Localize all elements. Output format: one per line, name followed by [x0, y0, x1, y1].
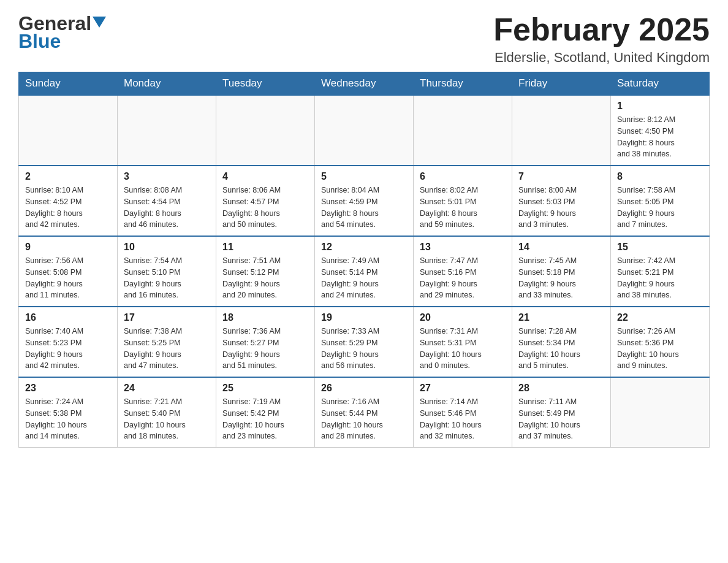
day-number: 9: [25, 242, 111, 253]
calendar-day-cell: 26Sunrise: 7:16 AM Sunset: 5:44 PM Dayli…: [315, 377, 414, 448]
day-number: 17: [124, 312, 210, 323]
calendar-day-cell: 5Sunrise: 8:04 AM Sunset: 4:59 PM Daylig…: [315, 166, 414, 236]
logo-triangle-icon: [93, 17, 106, 28]
day-info: Sunrise: 7:14 AM Sunset: 5:46 PM Dayligh…: [420, 396, 506, 442]
day-info: Sunrise: 7:38 AM Sunset: 5:25 PM Dayligh…: [124, 326, 210, 372]
logo-blue-text: Blue: [18, 30, 61, 53]
calendar-week-row: 2Sunrise: 8:10 AM Sunset: 4:52 PM Daylig…: [19, 166, 710, 236]
calendar-day-cell: 21Sunrise: 7:28 AM Sunset: 5:34 PM Dayli…: [512, 307, 611, 377]
day-of-week-header: Tuesday: [216, 72, 315, 96]
day-number: 22: [617, 312, 703, 323]
day-info: Sunrise: 7:16 AM Sunset: 5:44 PM Dayligh…: [321, 396, 407, 442]
calendar-day-cell: 11Sunrise: 7:51 AM Sunset: 5:12 PM Dayli…: [216, 236, 315, 307]
day-number: 2: [25, 171, 111, 182]
day-info: Sunrise: 8:04 AM Sunset: 4:59 PM Dayligh…: [321, 185, 407, 231]
calendar-day-cell: [315, 95, 414, 166]
month-title: February 2025: [493, 12, 710, 47]
day-info: Sunrise: 7:26 AM Sunset: 5:36 PM Dayligh…: [617, 326, 703, 372]
calendar-day-cell: 25Sunrise: 7:19 AM Sunset: 5:42 PM Dayli…: [216, 377, 315, 448]
day-of-week-header: Friday: [512, 72, 611, 96]
calendar-week-row: 23Sunrise: 7:24 AM Sunset: 5:38 PM Dayli…: [19, 377, 710, 448]
day-number: 4: [222, 171, 308, 182]
day-info: Sunrise: 7:49 AM Sunset: 5:14 PM Dayligh…: [321, 255, 407, 301]
calendar-week-row: 9Sunrise: 7:56 AM Sunset: 5:08 PM Daylig…: [19, 236, 710, 307]
calendar-day-cell: 10Sunrise: 7:54 AM Sunset: 5:10 PM Dayli…: [118, 236, 216, 307]
svg-marker-0: [93, 17, 106, 28]
day-of-week-header: Saturday: [611, 72, 710, 96]
day-info: Sunrise: 7:40 AM Sunset: 5:23 PM Dayligh…: [25, 326, 111, 372]
day-number: 11: [222, 242, 308, 253]
title-section: February 2025 Elderslie, Scotland, Unite…: [493, 12, 710, 66]
calendar-day-cell: 24Sunrise: 7:21 AM Sunset: 5:40 PM Dayli…: [118, 377, 216, 448]
day-number: 27: [420, 383, 506, 394]
calendar-day-cell: 20Sunrise: 7:31 AM Sunset: 5:31 PM Dayli…: [414, 307, 512, 377]
day-info: Sunrise: 8:02 AM Sunset: 5:01 PM Dayligh…: [420, 185, 506, 231]
calendar-day-cell: 9Sunrise: 7:56 AM Sunset: 5:08 PM Daylig…: [19, 236, 118, 307]
calendar-day-cell: 15Sunrise: 7:42 AM Sunset: 5:21 PM Dayli…: [611, 236, 710, 307]
day-number: 15: [617, 242, 703, 253]
calendar-day-cell: 6Sunrise: 8:02 AM Sunset: 5:01 PM Daylig…: [414, 166, 512, 236]
day-number: 6: [420, 171, 506, 182]
day-info: Sunrise: 7:56 AM Sunset: 5:08 PM Dayligh…: [25, 255, 111, 301]
day-number: 28: [518, 383, 604, 394]
calendar-day-cell: 17Sunrise: 7:38 AM Sunset: 5:25 PM Dayli…: [118, 307, 216, 377]
calendar-day-cell: 27Sunrise: 7:14 AM Sunset: 5:46 PM Dayli…: [414, 377, 512, 448]
day-number: 24: [124, 383, 210, 394]
calendar-day-cell: 13Sunrise: 7:47 AM Sunset: 5:16 PM Dayli…: [414, 236, 512, 307]
day-info: Sunrise: 8:12 AM Sunset: 4:50 PM Dayligh…: [617, 114, 703, 160]
day-info: Sunrise: 7:21 AM Sunset: 5:40 PM Dayligh…: [124, 396, 210, 442]
day-number: 25: [222, 383, 308, 394]
day-number: 1: [617, 101, 703, 112]
calendar-day-cell: 23Sunrise: 7:24 AM Sunset: 5:38 PM Dayli…: [19, 377, 118, 448]
calendar-day-cell: 1Sunrise: 8:12 AM Sunset: 4:50 PM Daylig…: [611, 95, 710, 166]
day-of-week-header: Sunday: [19, 72, 118, 96]
day-info: Sunrise: 7:36 AM Sunset: 5:27 PM Dayligh…: [222, 326, 308, 372]
day-info: Sunrise: 8:06 AM Sunset: 4:57 PM Dayligh…: [222, 185, 308, 231]
day-info: Sunrise: 7:47 AM Sunset: 5:16 PM Dayligh…: [420, 255, 506, 301]
calendar-day-cell: [414, 95, 512, 166]
day-info: Sunrise: 7:58 AM Sunset: 5:05 PM Dayligh…: [617, 185, 703, 231]
calendar-day-cell: [512, 95, 611, 166]
day-number: 7: [518, 171, 604, 182]
day-number: 21: [518, 312, 604, 323]
calendar-day-cell: 22Sunrise: 7:26 AM Sunset: 5:36 PM Dayli…: [611, 307, 710, 377]
calendar-header-row: SundayMondayTuesdayWednesdayThursdayFrid…: [19, 72, 710, 96]
day-number: 26: [321, 383, 407, 394]
day-of-week-header: Monday: [118, 72, 216, 96]
day-of-week-header: Wednesday: [315, 72, 414, 96]
calendar-day-cell: 3Sunrise: 8:08 AM Sunset: 4:54 PM Daylig…: [118, 166, 216, 236]
day-info: Sunrise: 7:11 AM Sunset: 5:49 PM Dayligh…: [518, 396, 604, 442]
day-info: Sunrise: 7:33 AM Sunset: 5:29 PM Dayligh…: [321, 326, 407, 372]
calendar-day-cell: 12Sunrise: 7:49 AM Sunset: 5:14 PM Dayli…: [315, 236, 414, 307]
day-info: Sunrise: 7:42 AM Sunset: 5:21 PM Dayligh…: [617, 255, 703, 301]
calendar-day-cell: 7Sunrise: 8:00 AM Sunset: 5:03 PM Daylig…: [512, 166, 611, 236]
calendar-day-cell: 28Sunrise: 7:11 AM Sunset: 5:49 PM Dayli…: [512, 377, 611, 448]
calendar-day-cell: 19Sunrise: 7:33 AM Sunset: 5:29 PM Dayli…: [315, 307, 414, 377]
day-info: Sunrise: 7:24 AM Sunset: 5:38 PM Dayligh…: [25, 396, 111, 442]
day-info: Sunrise: 7:54 AM Sunset: 5:10 PM Dayligh…: [124, 255, 210, 301]
calendar-day-cell: [118, 95, 216, 166]
day-info: Sunrise: 8:00 AM Sunset: 5:03 PM Dayligh…: [518, 185, 604, 231]
day-info: Sunrise: 7:51 AM Sunset: 5:12 PM Dayligh…: [222, 255, 308, 301]
calendar-day-cell: 8Sunrise: 7:58 AM Sunset: 5:05 PM Daylig…: [611, 166, 710, 236]
calendar-day-cell: [611, 377, 710, 448]
location-subtitle: Elderslie, Scotland, United Kingdom: [493, 50, 710, 66]
day-number: 3: [124, 171, 210, 182]
day-of-week-header: Thursday: [414, 72, 512, 96]
day-number: 14: [518, 242, 604, 253]
calendar-day-cell: [216, 95, 315, 166]
calendar-table: SundayMondayTuesdayWednesdayThursdayFrid…: [18, 72, 710, 448]
day-number: 16: [25, 312, 111, 323]
day-info: Sunrise: 7:19 AM Sunset: 5:42 PM Dayligh…: [222, 396, 308, 442]
calendar-day-cell: [19, 95, 118, 166]
calendar-day-cell: 16Sunrise: 7:40 AM Sunset: 5:23 PM Dayli…: [19, 307, 118, 377]
page-header: General Blue February 2025 Elderslie, Sc…: [18, 12, 710, 66]
calendar-day-cell: 18Sunrise: 7:36 AM Sunset: 5:27 PM Dayli…: [216, 307, 315, 377]
day-info: Sunrise: 7:45 AM Sunset: 5:18 PM Dayligh…: [518, 255, 604, 301]
logo: General Blue: [18, 12, 106, 53]
day-number: 23: [25, 383, 111, 394]
calendar-week-row: 1Sunrise: 8:12 AM Sunset: 4:50 PM Daylig…: [19, 95, 710, 166]
calendar-day-cell: 14Sunrise: 7:45 AM Sunset: 5:18 PM Dayli…: [512, 236, 611, 307]
day-number: 13: [420, 242, 506, 253]
day-info: Sunrise: 7:31 AM Sunset: 5:31 PM Dayligh…: [420, 326, 506, 372]
